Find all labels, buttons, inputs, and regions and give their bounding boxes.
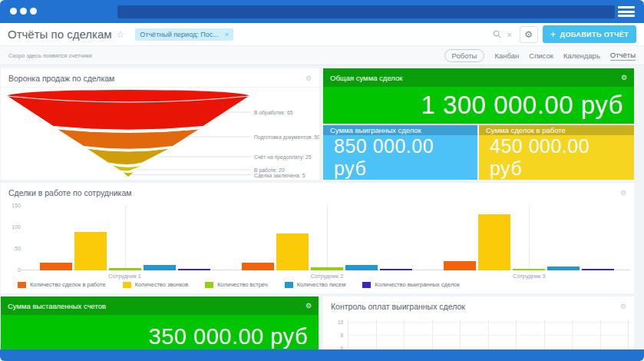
filter-chip[interactable]: Отчётный период: Пос... ×: [135, 28, 233, 41]
vertical-gridline: [628, 320, 629, 349]
vertical-gridline: [404, 320, 405, 349]
bar-Сотрудник 3-Количество звонков[interactable]: [478, 214, 510, 270]
tab-календарь[interactable]: Календарь: [563, 51, 600, 60]
legend-label: Количество выигранных сделок: [375, 281, 459, 288]
legend-label: Количество сделок в работе: [30, 281, 106, 288]
toolbar: Скоро здесь появятся счетчики РоботыКанб…: [0, 45, 644, 65]
legend-swatch-icon: [18, 282, 26, 288]
tab-канбан[interactable]: Канбан: [494, 51, 519, 60]
bar-Сотрудник 3-Количество писем[interactable]: [547, 267, 580, 270]
y-axis-tick: 0: [4, 267, 21, 273]
y-axis-tick: 100: [4, 224, 21, 230]
view-tabs: РоботыКанбанСписокКалендарьОтчёты: [444, 49, 636, 62]
widget-gear-icon[interactable]: ⚙: [305, 75, 312, 82]
won-sum-widget: Сумма выигранных сделок 850 000.00 руб: [323, 125, 477, 180]
page-header: Отчёты по сделкам ☆ Отчётный период: Пос…: [0, 23, 644, 45]
vertical-gridline: [348, 320, 348, 349]
vertical-gridline: [432, 320, 433, 349]
dashboard: Воронка продаж по сделкам ⚙ В обработке:: [0, 65, 644, 349]
window-dot-icon[interactable]: [10, 8, 17, 15]
funnel-widget: Воронка продаж по сделкам ⚙ В обработке:: [1, 68, 319, 180]
filter-clear-icon[interactable]: ×: [507, 30, 511, 39]
bar-Сотрудник 2-Количество встреч[interactable]: [311, 267, 343, 270]
vertical-gridline: [327, 206, 328, 270]
vertical-gridline: [572, 320, 573, 349]
widget-gear-icon[interactable]: ⚙: [620, 303, 626, 310]
bar-Сотрудник 3-Количество выигранных сделок[interactable]: [582, 269, 614, 270]
employee-chart-title: Сделки в работе по сотрудникам: [8, 188, 131, 197]
working-sum-widget: Сумма сделок в работе 450 000.00 руб: [479, 125, 634, 180]
payments-chart-plot[interactable]: 1086: [326, 318, 631, 349]
employee-deals-chart-widget: Сделки в работе по сотрудникам ⚙ 0501001…: [1, 183, 634, 293]
add-report-button[interactable]: + ДОБАВИТЬ ОТЧЁТ: [543, 25, 636, 43]
total-sum-value: 1 300 000.00 руб: [323, 87, 634, 124]
bar-Сотрудник 1-Количество звонков[interactable]: [74, 232, 107, 270]
filter-search-bar[interactable]: Отчётный период: Пос... × ×: [135, 26, 511, 43]
vertical-gridline: [376, 320, 377, 349]
window-dot-icon[interactable]: [30, 8, 37, 15]
search-icon[interactable]: [493, 30, 501, 38]
legend-swatch-icon: [123, 282, 131, 288]
tab-отчёты[interactable]: Отчёты: [610, 51, 636, 61]
widget-gear-icon[interactable]: ⚙: [620, 189, 626, 197]
funnel-stage-label: Подготовка документов: 50: [254, 134, 319, 141]
window-control-dots[interactable]: [10, 8, 37, 15]
x-axis-label: Сотрудник 2: [281, 273, 373, 280]
won-sum-title: Сумма выигранных сделок: [330, 126, 421, 134]
vertical-gridline: [460, 320, 461, 349]
legend-label: Количество встреч: [217, 281, 267, 288]
legend-item: Количество звонков: [123, 281, 189, 288]
widget-gear-icon[interactable]: ⚙: [621, 74, 627, 81]
invoices-sum-widget: Сумма выставленных счетов ⚙ 350 000.00 р…: [1, 296, 319, 349]
window-dot-icon[interactable]: [20, 8, 27, 15]
page-title: Отчёты по сделкам: [8, 28, 112, 41]
bar-Сотрудник 1-Количество выигранных сделок[interactable]: [178, 269, 210, 270]
y-axis-tick: 150: [4, 203, 21, 208]
filter-chip-label: Отчётный период: Пос...: [140, 31, 218, 38]
horizontal-gridline: [348, 335, 631, 336]
total-sum-title: Общая сумма сделок: [330, 74, 402, 82]
y-axis-tick: 50: [4, 246, 21, 251]
bar-Сотрудник 2-Количество звонков[interactable]: [276, 233, 309, 270]
vertical-gridline: [529, 206, 530, 270]
sales-funnel-chart[interactable]: В обработке: 65 Подготовка документов: 5…: [1, 88, 319, 178]
tab-список[interactable]: Список: [529, 51, 553, 60]
x-axis-label: Сотрудник 1: [79, 273, 171, 280]
bar-Сотрудник 3-Количество сделок в работе[interactable]: [444, 261, 476, 270]
page-content: Отчёты по сделкам ☆ Отчётный период: Пос…: [0, 23, 644, 349]
bar-Сотрудник 1-Количество встреч[interactable]: [109, 268, 141, 270]
invoices-sum-title: Сумма выставленных счетов: [8, 302, 106, 310]
employee-chart-plot[interactable]: 050100150Сотрудник 1Сотрудник 2Сотрудник…: [24, 206, 630, 270]
payments-control-widget: Контроль оплат выигранных сделок ⚙ 1086: [323, 296, 634, 349]
legend-swatch-icon: [362, 282, 371, 288]
x-axis-label: Сотрудник 3: [483, 273, 575, 280]
tab-роботы[interactable]: Роботы: [444, 49, 485, 62]
bar-Сотрудник 2-Количество выигранных сделок[interactable]: [380, 269, 412, 270]
legend-item: Количество встреч: [205, 281, 267, 288]
y-axis-tick: 10: [326, 320, 343, 325]
plus-icon: +: [550, 28, 556, 40]
window-bottombar: [0, 349, 644, 361]
bar-Сотрудник 2-Количество сделок в работе[interactable]: [242, 263, 274, 270]
vertical-gridline: [488, 320, 489, 349]
vertical-gridline: [600, 320, 601, 349]
bar-Сотрудник 1-Количество сделок в работе[interactable]: [40, 263, 72, 270]
address-bar[interactable]: [117, 5, 615, 18]
hamburger-menu-icon[interactable]: [618, 6, 635, 17]
legend-label: Количество звонков: [135, 281, 189, 288]
employee-chart-legend: Количество сделок в работеКоличество зво…: [18, 281, 460, 288]
legend-label: Количество писем: [297, 281, 346, 288]
total-sum-widget: Общая сумма сделок ⚙ 1 300 000.00 руб: [323, 68, 634, 124]
working-sum-title: Сумма сделок в работе: [486, 126, 566, 134]
favorite-star-icon[interactable]: ☆: [117, 29, 125, 40]
widget-gear-icon[interactable]: ⚙: [305, 302, 312, 310]
bar-Сотрудник 1-Количество писем[interactable]: [144, 265, 176, 270]
bar-Сотрудник 3-Количество встреч[interactable]: [513, 269, 545, 270]
horizontal-gridline: [348, 322, 631, 323]
counters-hint: Скоро здесь появятся счетчики: [8, 52, 92, 59]
bar-Сотрудник 2-Количество писем[interactable]: [345, 265, 378, 270]
horizontal-gridline: [348, 348, 631, 349]
settings-gear-button[interactable]: ⚙: [520, 26, 538, 43]
vertical-gridline: [125, 206, 126, 270]
filter-chip-close-icon[interactable]: ×: [225, 31, 229, 38]
